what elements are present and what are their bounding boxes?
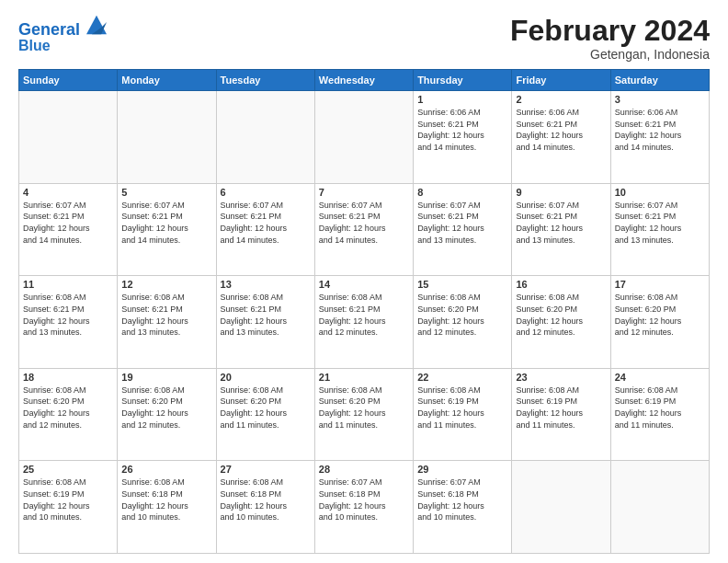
day-number: 2 (516, 94, 606, 105)
day-number: 27 (221, 464, 311, 475)
day-info: Sunrise: 6:07 AM Sunset: 6:18 PM Dayligh… (417, 477, 507, 523)
day-info: Sunrise: 6:08 AM Sunset: 6:18 PM Dayligh… (221, 477, 311, 523)
logo-general: General (18, 20, 80, 39)
day-number: 19 (121, 372, 211, 383)
day-info: Sunrise: 6:07 AM Sunset: 6:21 PM Dayligh… (417, 200, 507, 246)
table-row: 27Sunrise: 6:08 AM Sunset: 6:18 PM Dayli… (216, 461, 314, 554)
day-number: 22 (417, 372, 507, 383)
calendar-week-row: 4Sunrise: 6:07 AM Sunset: 6:21 PM Daylig… (19, 183, 710, 276)
day-number: 18 (23, 372, 113, 383)
day-info: Sunrise: 6:07 AM Sunset: 6:21 PM Dayligh… (23, 200, 113, 246)
day-number: 24 (615, 372, 705, 383)
table-row: 10Sunrise: 6:07 AM Sunset: 6:21 PM Dayli… (610, 183, 709, 276)
day-number: 4 (23, 187, 113, 198)
table-row: 17Sunrise: 6:08 AM Sunset: 6:20 PM Dayli… (610, 276, 709, 369)
calendar-week-row: 18Sunrise: 6:08 AM Sunset: 6:20 PM Dayli… (19, 368, 710, 461)
day-number: 25 (23, 464, 113, 475)
day-info: Sunrise: 6:08 AM Sunset: 6:20 PM Dayligh… (121, 385, 211, 431)
table-row: 20Sunrise: 6:08 AM Sunset: 6:20 PM Dayli… (216, 368, 314, 461)
table-row: 11Sunrise: 6:08 AM Sunset: 6:21 PM Dayli… (19, 276, 118, 369)
day-number: 23 (516, 372, 606, 383)
day-number: 12 (121, 279, 211, 290)
day-number: 26 (121, 464, 211, 475)
day-number: 17 (615, 279, 705, 290)
table-row: 28Sunrise: 6:07 AM Sunset: 6:18 PM Dayli… (314, 461, 413, 554)
location: Getengan, Indonesia (510, 47, 710, 62)
table-row: 21Sunrise: 6:08 AM Sunset: 6:20 PM Dayli… (314, 368, 413, 461)
day-info: Sunrise: 6:08 AM Sunset: 6:21 PM Dayligh… (221, 292, 311, 338)
month-year: February 2024 (510, 15, 710, 47)
day-info: Sunrise: 6:08 AM Sunset: 6:20 PM Dayligh… (221, 385, 311, 431)
table-row (512, 461, 610, 554)
table-row: 1Sunrise: 6:06 AM Sunset: 6:21 PM Daylig… (414, 91, 512, 184)
day-info: Sunrise: 6:07 AM Sunset: 6:21 PM Dayligh… (516, 200, 606, 246)
header: General Blue February 2024 Getengan, Ind… (18, 15, 710, 62)
table-row: 3Sunrise: 6:06 AM Sunset: 6:21 PM Daylig… (610, 91, 709, 184)
day-number: 28 (319, 464, 409, 475)
table-row: 8Sunrise: 6:07 AM Sunset: 6:21 PM Daylig… (414, 183, 512, 276)
day-info: Sunrise: 6:07 AM Sunset: 6:21 PM Dayligh… (615, 200, 705, 246)
day-number: 16 (516, 279, 606, 290)
table-row: 16Sunrise: 6:08 AM Sunset: 6:20 PM Dayli… (512, 276, 610, 369)
col-thursday: Thursday (414, 70, 512, 91)
day-number: 7 (319, 187, 409, 198)
day-info: Sunrise: 6:06 AM Sunset: 6:21 PM Dayligh… (615, 107, 705, 153)
day-number: 1 (417, 94, 507, 105)
table-row: 19Sunrise: 6:08 AM Sunset: 6:20 PM Dayli… (118, 368, 216, 461)
table-row: 26Sunrise: 6:08 AM Sunset: 6:18 PM Dayli… (118, 461, 216, 554)
day-info: Sunrise: 6:07 AM Sunset: 6:21 PM Dayligh… (221, 200, 311, 246)
day-number: 6 (221, 187, 311, 198)
table-row (118, 91, 216, 184)
table-row: 15Sunrise: 6:08 AM Sunset: 6:20 PM Dayli… (414, 276, 512, 369)
col-tuesday: Tuesday (216, 70, 314, 91)
day-info: Sunrise: 6:08 AM Sunset: 6:19 PM Dayligh… (615, 385, 705, 431)
day-number: 15 (417, 279, 507, 290)
day-info: Sunrise: 6:06 AM Sunset: 6:21 PM Dayligh… (516, 107, 606, 153)
table-row: 9Sunrise: 6:07 AM Sunset: 6:21 PM Daylig… (512, 183, 610, 276)
table-row: 22Sunrise: 6:08 AM Sunset: 6:19 PM Dayli… (414, 368, 512, 461)
table-row (216, 91, 314, 184)
day-number: 13 (221, 279, 311, 290)
table-row (314, 91, 413, 184)
col-saturday: Saturday (610, 70, 709, 91)
day-info: Sunrise: 6:08 AM Sunset: 6:21 PM Dayligh… (23, 292, 113, 338)
day-number: 10 (615, 187, 705, 198)
table-row: 14Sunrise: 6:08 AM Sunset: 6:21 PM Dayli… (314, 276, 413, 369)
table-row (19, 91, 118, 184)
col-sunday: Sunday (19, 70, 118, 91)
logo-text: General (18, 15, 107, 40)
table-row: 18Sunrise: 6:08 AM Sunset: 6:20 PM Dayli… (19, 368, 118, 461)
day-info: Sunrise: 6:08 AM Sunset: 6:19 PM Dayligh… (23, 477, 113, 523)
day-info: Sunrise: 6:08 AM Sunset: 6:19 PM Dayligh… (417, 385, 507, 431)
day-info: Sunrise: 6:08 AM Sunset: 6:20 PM Dayligh… (516, 292, 606, 338)
day-number: 5 (121, 187, 211, 198)
calendar-table: Sunday Monday Tuesday Wednesday Thursday… (18, 69, 710, 554)
table-row: 25Sunrise: 6:08 AM Sunset: 6:19 PM Dayli… (19, 461, 118, 554)
logo-icon (86, 15, 107, 35)
title-block: February 2024 Getengan, Indonesia (510, 15, 710, 62)
table-row: 4Sunrise: 6:07 AM Sunset: 6:21 PM Daylig… (19, 183, 118, 276)
day-info: Sunrise: 6:08 AM Sunset: 6:20 PM Dayligh… (615, 292, 705, 338)
day-number: 20 (221, 372, 311, 383)
calendar-week-row: 11Sunrise: 6:08 AM Sunset: 6:21 PM Dayli… (19, 276, 710, 369)
table-row: 29Sunrise: 6:07 AM Sunset: 6:18 PM Dayli… (414, 461, 512, 554)
col-friday: Friday (512, 70, 610, 91)
day-info: Sunrise: 6:08 AM Sunset: 6:20 PM Dayligh… (23, 385, 113, 431)
table-row: 24Sunrise: 6:08 AM Sunset: 6:19 PM Dayli… (610, 368, 709, 461)
page: General Blue February 2024 Getengan, Ind… (0, 0, 728, 563)
day-info: Sunrise: 6:08 AM Sunset: 6:21 PM Dayligh… (121, 292, 211, 338)
calendar-header-row: Sunday Monday Tuesday Wednesday Thursday… (19, 70, 710, 91)
day-number: 29 (417, 464, 507, 475)
table-row: 6Sunrise: 6:07 AM Sunset: 6:21 PM Daylig… (216, 183, 314, 276)
day-info: Sunrise: 6:08 AM Sunset: 6:19 PM Dayligh… (516, 385, 606, 431)
day-number: 11 (23, 279, 113, 290)
col-monday: Monday (118, 70, 216, 91)
day-number: 3 (615, 94, 705, 105)
table-row: 23Sunrise: 6:08 AM Sunset: 6:19 PM Dayli… (512, 368, 610, 461)
day-info: Sunrise: 6:08 AM Sunset: 6:20 PM Dayligh… (417, 292, 507, 338)
table-row: 2Sunrise: 6:06 AM Sunset: 6:21 PM Daylig… (512, 91, 610, 184)
day-info: Sunrise: 6:06 AM Sunset: 6:21 PM Dayligh… (417, 107, 507, 153)
calendar-week-row: 1Sunrise: 6:06 AM Sunset: 6:21 PM Daylig… (19, 91, 710, 184)
day-info: Sunrise: 6:08 AM Sunset: 6:18 PM Dayligh… (121, 477, 211, 523)
logo-blue: Blue (18, 38, 107, 54)
